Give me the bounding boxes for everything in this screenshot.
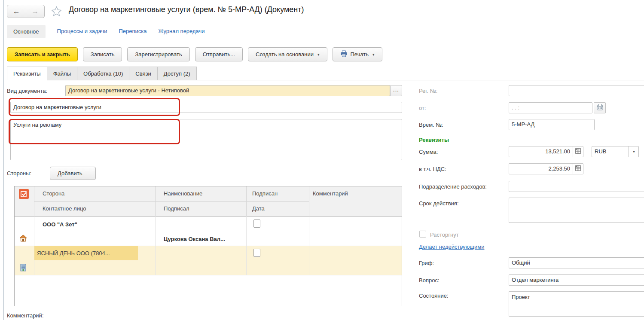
hyperlink-bar: Основное Процессы и задачи Переписка Жур… <box>7 24 205 39</box>
doc-kind-choose-button[interactable]: ... <box>390 85 402 96</box>
date-field[interactable]: . . : <box>509 102 592 113</box>
date-mask: . . : <box>512 104 519 111</box>
send-button[interactable]: Отправить... <box>195 47 243 61</box>
add-party-button[interactable]: Добавить <box>50 167 96 180</box>
calculator-icon <box>575 148 581 155</box>
chevron-down-icon: ▾ <box>372 52 375 57</box>
tab-processing[interactable]: Обработка (10) <box>77 67 129 80</box>
parties-label: Стороны: <box>7 170 31 177</box>
col-header-name[interactable]: Наименование <box>164 186 243 201</box>
calculator-icon <box>575 165 581 172</box>
validity-label: Срок действия: <box>419 200 459 207</box>
building-icon <box>19 263 27 273</box>
signed-check-icon <box>19 189 29 200</box>
currency-combo: RUB ▾ <box>592 146 639 157</box>
validity-field[interactable] <box>509 198 644 223</box>
tabstrip: Реквизиты Файлы Обработка (10) Связи Дос… <box>7 67 197 80</box>
terminated-label: Расторгнут <box>430 232 459 238</box>
back-arrow-icon: ← <box>13 7 20 16</box>
terminated-checkbox[interactable] <box>419 231 426 238</box>
col-header-signed-by[interactable]: Подписал <box>164 201 243 216</box>
print-button[interactable]: Печать ▾ <box>333 47 382 61</box>
vat-field[interactable]: 2,253.50 <box>509 164 573 174</box>
col-header-signed[interactable]: Подписан <box>252 186 306 201</box>
save-and-close-button[interactable]: Записать и закрыть <box>7 47 78 61</box>
invalidates-link[interactable]: Делает недействующими <box>419 244 484 250</box>
col-header-date[interactable]: Дата <box>252 201 306 216</box>
printer-icon <box>340 50 348 58</box>
register-button[interactable]: Зарегистрировать <box>127 47 189 61</box>
back-button[interactable]: ← <box>7 5 26 18</box>
nav-item-transfer-log[interactable]: Журнал передачи <box>159 28 205 35</box>
question-field[interactable]: Отдел маркетинга <box>509 274 644 286</box>
forward-arrow-icon: → <box>31 7 39 16</box>
department-label: Подразделение расходов: <box>419 183 487 190</box>
grif-field[interactable]: Общий <box>509 257 644 268</box>
grid-line <box>15 275 402 275</box>
calendar-button[interactable] <box>594 102 606 113</box>
chevron-down-icon: ▾ <box>317 52 320 57</box>
temp-number-label: Врем. №: <box>419 122 443 128</box>
party-cell[interactable]: ООО "А Зет" <box>43 217 152 232</box>
save-button[interactable]: Записать <box>83 47 122 61</box>
document-description-field[interactable]: Услуги на рекламу <box>10 119 402 160</box>
grid-line <box>15 216 402 217</box>
col-header-comment[interactable]: Комментарий <box>313 186 399 201</box>
department-field[interactable] <box>509 181 644 192</box>
sum-label: Сумма: <box>419 149 438 155</box>
signed-checkbox[interactable] <box>253 249 260 257</box>
document-form-window: ← → Договор на маркетинговые услуги (вре… <box>0 0 644 320</box>
grid-line <box>309 186 309 216</box>
date-label: от: <box>419 105 426 111</box>
house-icon <box>19 234 27 244</box>
tab-links[interactable]: Связи <box>129 67 157 80</box>
currency-dropdown-button[interactable]: ▾ <box>628 146 638 157</box>
sum-field-group: 13,521.00 <box>509 146 583 157</box>
sum-field[interactable]: 13,521.00 <box>509 146 573 157</box>
favorite-star-icon[interactable] <box>51 6 62 18</box>
comment-label: Комментарий: <box>7 312 44 319</box>
doc-kind-field[interactable]: Договор на маркетинговые услуги - Нетипо… <box>65 85 390 96</box>
nav-item-correspondence[interactable]: Переписка <box>119 28 147 35</box>
reg-number-label: Рег. №: <box>419 88 437 94</box>
window-left-border <box>3 0 4 320</box>
reg-number-field[interactable] <box>509 85 644 96</box>
col-header-party[interactable]: Сторона <box>43 186 152 201</box>
currency-field[interactable]: RUB <box>592 146 628 157</box>
nav-item-processes[interactable]: Процессы и задачи <box>57 28 107 35</box>
calendar-icon <box>597 104 603 112</box>
state-field[interactable]: Проект <box>509 291 644 317</box>
vat-field-group: 2,253.50 <box>509 163 583 174</box>
nav-item-main[interactable]: Основное <box>7 25 46 38</box>
signed-checkbox[interactable] <box>253 219 260 228</box>
page-title: Договор на маркетинговые услуги (врем. №… <box>69 5 304 14</box>
temp-number-field[interactable]: 5-МР-АД <box>509 119 595 130</box>
requisites-section-title: Реквизиты <box>419 137 449 143</box>
chevron-down-icon: ▾ <box>633 149 635 154</box>
command-bar: Записать и закрыть Записать Зарегистриро… <box>7 47 382 61</box>
question-label: Вопрос: <box>419 277 440 283</box>
state-label: Состояние: <box>419 293 448 299</box>
history-nav: ← → <box>7 5 45 18</box>
grif-label: Гриф: <box>419 260 434 266</box>
parties-table[interactable]: Сторона Наименование Подписан Комментари… <box>14 186 402 306</box>
forward-button[interactable]: → <box>26 5 45 18</box>
print-label: Печать <box>351 51 369 58</box>
tab-access[interactable]: Доступ (2) <box>158 67 197 80</box>
create-based-on-label: Создать на основании <box>256 51 314 58</box>
tab-files[interactable]: Файлы <box>47 67 77 80</box>
vat-label: в т.ч. НДС: <box>419 166 446 172</box>
calculator-button[interactable] <box>573 164 583 174</box>
calculator-button[interactable] <box>573 146 583 157</box>
signer-cell[interactable]: Цуркова Оксана Вал... <box>164 232 243 247</box>
tab-requisites[interactable]: Реквизиты <box>7 67 47 80</box>
party-cell[interactable]: ЯСНЫЙ ДЕНЬ ООО (7804... <box>37 246 136 261</box>
col-header-contact[interactable]: Контактное лицо <box>43 201 152 216</box>
document-name-field[interactable]: Договор на маркетинговые услуги <box>10 102 402 113</box>
doc-kind-label: Вид документа: <box>7 88 47 94</box>
create-based-on-button[interactable]: Создать на основании ▾ <box>248 47 327 61</box>
